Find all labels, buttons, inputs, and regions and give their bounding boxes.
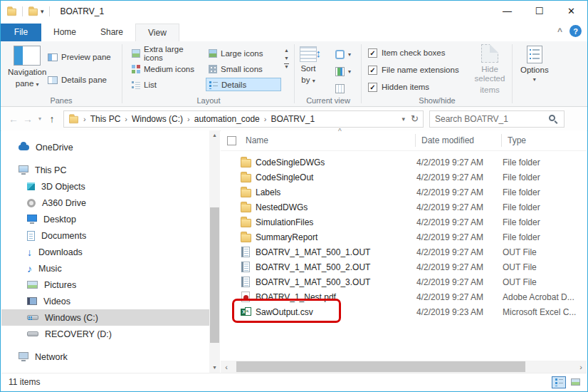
add-columns-button[interactable]: ▾ xyxy=(335,64,351,78)
out-file-icon xyxy=(241,262,250,272)
file-row[interactable]: SummaryReport 4/2/2019 9:27 AM File fold… xyxy=(221,229,587,244)
chevron-down-icon: ▾ xyxy=(348,68,351,75)
navigation-pane-button[interactable]: Navigation pane ▾ xyxy=(8,46,46,89)
scrollbar-thumb[interactable] xyxy=(210,207,219,343)
file-row[interactable]: Labels 4/2/2019 9:27 AM File folder xyxy=(221,185,587,200)
maximize-button[interactable]: ☐ xyxy=(523,1,555,21)
scrollbar-track[interactable] xyxy=(232,361,575,373)
file-list-horizontal-scrollbar[interactable]: ‹ › xyxy=(221,361,587,373)
collapse-ribbon-icon[interactable]: ^ xyxy=(557,26,562,36)
sidebar-item-windows-c[interactable]: Windows (C:) xyxy=(1,309,209,326)
options-icon xyxy=(527,46,542,63)
file-row[interactable]: CodeSingleOut 4/2/2019 9:27 AM File fold… xyxy=(221,170,587,185)
file-name-extensions-checkbox[interactable]: ✓ File name extensions xyxy=(368,64,459,76)
layout-medium-icons[interactable]: Medium icons xyxy=(129,62,204,76)
column-headers: Name^ Date modified Type xyxy=(221,130,587,151)
sidebar-item-this-pc[interactable]: This PC xyxy=(1,162,209,178)
file-date: 4/2/2019 9:27 AM xyxy=(416,247,503,257)
file-row[interactable]: BOATRV_1_MAT_500_1.OUT 4/2/2019 9:27 AM … xyxy=(221,244,587,259)
ribbon-group-show-hide: ✓ Item check boxes ✓ File name extension… xyxy=(362,41,512,106)
quick-access-folder-icon[interactable] xyxy=(28,8,38,15)
divider xyxy=(122,44,122,103)
scroll-up-icon[interactable]: ▲ xyxy=(209,130,220,140)
select-all-checkbox[interactable] xyxy=(227,136,236,145)
sidebar-item-recovery-d[interactable]: RECOVERY (D:) xyxy=(1,326,209,342)
file-type: OUT File xyxy=(503,247,587,257)
ribbon-group-options: Options ▾ xyxy=(513,41,560,106)
group-by-button[interactable]: ▾ xyxy=(335,47,351,61)
file-row[interactable]: SimulationFiles 4/2/2019 9:27 AM File fo… xyxy=(221,215,587,229)
file-type: OUT File xyxy=(503,262,587,272)
sidebar-item-label: A360 Drive xyxy=(42,198,86,208)
layout-small-icons[interactable]: Small icons xyxy=(206,62,281,76)
checkbox-checked-icon: ✓ xyxy=(368,83,377,92)
sidebar-item-a360-drive[interactable]: A360 Drive xyxy=(1,195,209,211)
scrollbar-thumb[interactable] xyxy=(236,361,525,372)
divider xyxy=(22,6,23,16)
file-row[interactable]: BOATRV_1_Nest.pdf 4/2/2019 9:27 AM Adobe… xyxy=(221,289,587,304)
layout-extra-large-icons[interactable]: Extra large icons xyxy=(129,46,204,60)
item-check-boxes-checkbox[interactable]: ✓ Item check boxes xyxy=(368,47,445,58)
layout-list[interactable]: List xyxy=(129,78,204,91)
sort-by-button[interactable]: Sort by ▾ xyxy=(300,46,317,86)
hidden-items-checkbox[interactable]: ✓ Hidden items xyxy=(368,81,429,93)
sidebar-item-downloads[interactable]: ↓ Downloads xyxy=(1,244,209,260)
divider xyxy=(49,6,50,16)
scroll-up-icon[interactable]: ▲ xyxy=(284,48,289,53)
scroll-down-icon[interactable]: ▼ xyxy=(209,363,220,373)
options-button[interactable]: Options ▾ xyxy=(520,46,549,83)
sidebar-item-network[interactable]: Network xyxy=(1,349,209,365)
file-row[interactable]: CodeSingleDWGs 4/2/2019 9:27 AM File fol… xyxy=(221,155,587,170)
file-date: 4/2/2019 9:27 AM xyxy=(416,217,503,227)
file-name: NestedDWGs xyxy=(256,202,416,212)
tab-share[interactable]: Share xyxy=(88,24,135,41)
layout-details[interactable]: Details xyxy=(206,78,281,91)
list-view-icon xyxy=(132,81,140,89)
sidebar-item-onedrive[interactable]: OneDrive xyxy=(1,139,209,155)
sidebar-item-desktop[interactable]: Desktop xyxy=(1,211,209,227)
layout-large-icons[interactable]: Large icons xyxy=(206,46,281,60)
size-columns-icon xyxy=(335,84,345,93)
help-icon[interactable]: ? xyxy=(569,25,582,37)
sidebar-item-pictures[interactable]: Pictures xyxy=(1,277,209,293)
sidebar-item-videos[interactable]: Videos xyxy=(1,293,209,309)
scroll-left-icon[interactable]: ‹ xyxy=(221,363,232,371)
ribbon-group-current-view: Sort by ▾ ▾ ▾ Current view xyxy=(295,41,361,106)
out-file-icon xyxy=(241,247,250,257)
file-list: Name^ Date modified Type CodeSingleDWGs … xyxy=(221,130,587,373)
onedrive-cloud-icon xyxy=(19,145,29,150)
file-type: File folder xyxy=(503,158,587,167)
column-header-name[interactable]: Name^ xyxy=(246,135,415,145)
details-pane-button[interactable]: Details pane xyxy=(48,73,107,87)
tab-file[interactable]: File xyxy=(1,24,41,41)
details-view-toggle[interactable] xyxy=(552,376,566,388)
network-icon xyxy=(19,352,28,359)
file-row-sawoutput[interactable]: SawOutput.csv 4/2/2019 9:23 AM Microsoft… xyxy=(221,304,587,319)
file-row[interactable]: BOATRV_1_MAT_500_3.OUT 4/2/2019 9:27 AM … xyxy=(221,274,587,289)
scroll-down-icon[interactable]: ▼ xyxy=(284,56,289,61)
gallery-more-icon[interactable]: ▼ xyxy=(284,63,289,70)
sidebar-item-documents[interactable]: Documents xyxy=(1,227,209,244)
sidebar-item-label: Windows (C:) xyxy=(45,313,98,323)
hide-selected-label: Hide selected xyxy=(468,65,512,83)
folder-icon xyxy=(241,174,251,182)
sidebar-item-3d-objects[interactable]: 3D Objects xyxy=(1,178,209,195)
file-row[interactable]: BOATRV_1_MAT_500_2.OUT 4/2/2019 9:27 AM … xyxy=(221,259,587,274)
close-button[interactable]: ✕ xyxy=(555,1,587,21)
tab-home[interactable]: Home xyxy=(41,24,88,41)
divider xyxy=(361,44,362,103)
column-header-type[interactable]: Type xyxy=(502,135,586,145)
sidebar-scrollbar[interactable]: ▲ ▼ xyxy=(209,130,220,373)
tab-view[interactable]: View xyxy=(135,24,179,41)
quick-access-caret-icon[interactable]: ▾ xyxy=(41,8,44,15)
sidebar-item-music[interactable]: ♪ Music xyxy=(1,260,209,277)
thumbnail-view-toggle[interactable] xyxy=(568,376,582,388)
minimize-button[interactable]: — xyxy=(491,1,523,21)
size-columns-button[interactable] xyxy=(335,81,345,96)
file-row[interactable]: NestedDWGs 4/2/2019 9:27 AM File folder xyxy=(221,200,587,215)
preview-pane-button[interactable]: Preview pane xyxy=(48,50,111,64)
scroll-right-icon[interactable]: › xyxy=(575,363,587,371)
chevron-down-icon: ▾ xyxy=(533,76,536,83)
column-header-date-modified[interactable]: Date modified xyxy=(416,135,501,145)
checkbox-checked-icon: ✓ xyxy=(368,48,377,58)
